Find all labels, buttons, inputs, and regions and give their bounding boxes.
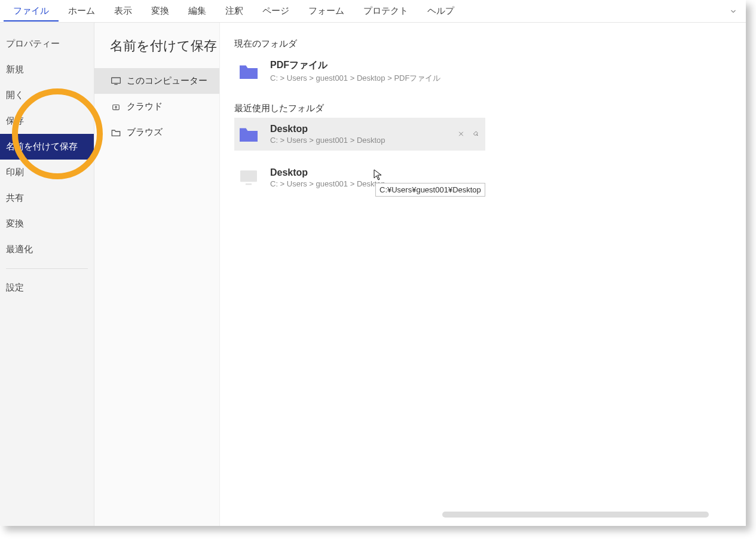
location-label: ブラウズ [127,127,163,138]
file-sidebar: プロパティー 新規 開く 保存 名前を付けて保存 印刷 共有 変換 最適化 設定 [0,23,94,526]
folder-icon [238,63,259,81]
sidebar-divider [6,268,88,269]
svg-rect-1 [114,84,117,84]
svg-rect-0 [112,78,121,83]
monitor-icon [238,169,259,187]
sidebar-item-print[interactable]: 印刷 [0,160,94,185]
chevron-down-icon[interactable] [729,7,737,17]
menu-protect[interactable]: プロテクト [354,1,418,22]
folder-name: PDFファイル [270,59,440,72]
sidebar-item-settings[interactable]: 設定 [0,275,94,301]
page-title: 名前を付けて保存 [94,37,219,68]
recent-folder-title: 最近使用したフォルダ [234,103,740,114]
menu-convert[interactable]: 変換 [142,1,179,22]
sidebar-item-convert[interactable]: 変換 [0,211,94,237]
location-browse[interactable]: ブラウズ [94,120,219,145]
app-window: ファイル ホーム 表示 変換 編集 注釈 ページ フォーム プロテクト ヘルプ … [0,0,746,526]
monitor-icon [111,77,121,85]
folder-icon [111,128,121,137]
folder-path: C: > Users > guest001 > Desktop > PDFファイ… [270,73,440,84]
close-icon[interactable] [458,130,464,139]
pin-icon[interactable] [473,130,479,139]
main-panel: 現在のフォルダ PDFファイル C: > Users > guest001 > … [220,23,746,526]
path-tooltip: C:¥Users¥guest001¥Desktop [375,183,485,197]
menubar: ファイル ホーム 表示 変換 編集 注釈 ページ フォーム プロテクト ヘルプ [0,0,746,23]
location-this-computer[interactable]: このコンピューター [94,68,219,94]
folder-path: C: > Users > guest001 > Desktop [270,179,385,188]
folder-name: Desktop [270,124,385,134]
menu-annotate[interactable]: 注釈 [216,1,253,22]
sidebar-item-optimize[interactable]: 最適化 [0,237,94,262]
folder-text: Desktop C: > Users > guest001 > Desktop [270,167,385,188]
location-label: このコンピューター [127,75,207,87]
folder-row-desktop-1[interactable]: Desktop C: > Users > guest001 > Desktop [234,118,485,151]
folder-text: PDFファイル C: > Users > guest001 > Desktop … [270,59,440,84]
svg-rect-4 [246,183,252,185]
svg-rect-3 [240,170,257,182]
cloud-up-icon [111,103,121,111]
sidebar-item-open[interactable]: 開く [0,82,94,108]
folder-text: Desktop C: > Users > guest001 > Desktop [270,124,385,145]
sidebar-item-new[interactable]: 新規 [0,57,94,82]
menu-file[interactable]: ファイル [4,1,59,22]
menu-home[interactable]: ホーム [59,1,105,22]
folder-icon [238,126,259,143]
location-cloud[interactable]: クラウド [94,94,219,120]
sidebar-item-properties[interactable]: プロパティー [0,31,94,57]
save-as-locations: 名前を付けて保存 このコンピューター クラウド ブラウズ [94,23,220,526]
sidebar-item-save-as[interactable]: 名前を付けて保存 [0,134,94,160]
location-label: クラウド [127,101,163,112]
row-actions [458,130,479,139]
menu-edit[interactable]: 編集 [179,1,216,22]
current-folder-title: 現在のフォルダ [234,38,740,50]
sidebar-item-save[interactable]: 保存 [0,108,94,134]
sidebar-item-share[interactable]: 共有 [0,185,94,211]
horizontal-scrollbar[interactable] [442,512,709,518]
folder-name: Desktop [270,167,385,178]
folder-path: C: > Users > guest001 > Desktop [270,136,385,145]
menu-view[interactable]: 表示 [105,1,142,22]
menu-help[interactable]: ヘルプ [418,1,464,22]
menu-form[interactable]: フォーム [299,1,354,22]
folder-row-pdf-files[interactable]: PDFファイル C: > Users > guest001 > Desktop … [234,53,485,90]
menu-page[interactable]: ページ [253,1,299,22]
